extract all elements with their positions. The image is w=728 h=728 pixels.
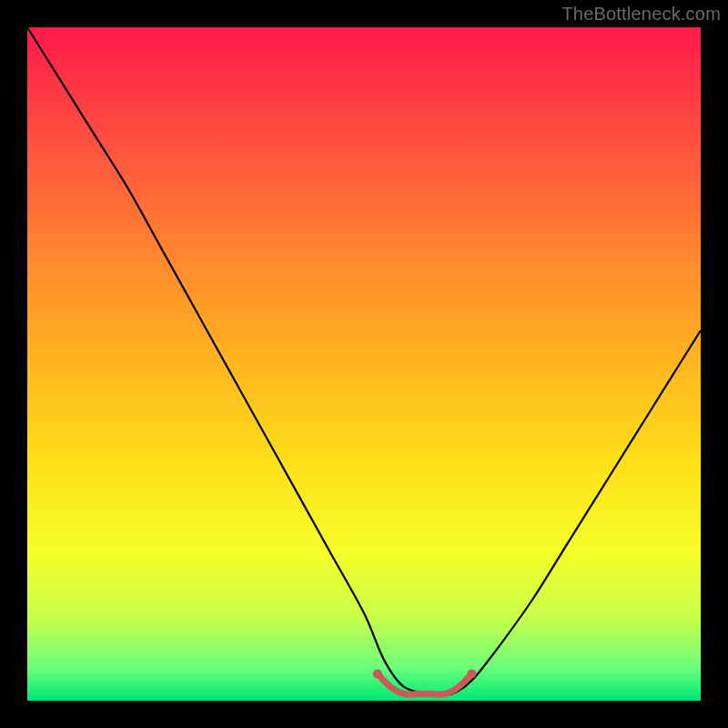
valley-highlight-path xyxy=(378,673,472,694)
bottleneck-curve-path xyxy=(27,27,701,695)
valley-dot-left xyxy=(373,669,382,678)
chart-frame: TheBottleneck.com xyxy=(0,0,728,728)
attribution-text: TheBottleneck.com xyxy=(561,4,721,25)
chart-plot-area xyxy=(27,27,701,701)
valley-dot-right xyxy=(467,669,476,678)
chart-svg xyxy=(27,27,701,701)
